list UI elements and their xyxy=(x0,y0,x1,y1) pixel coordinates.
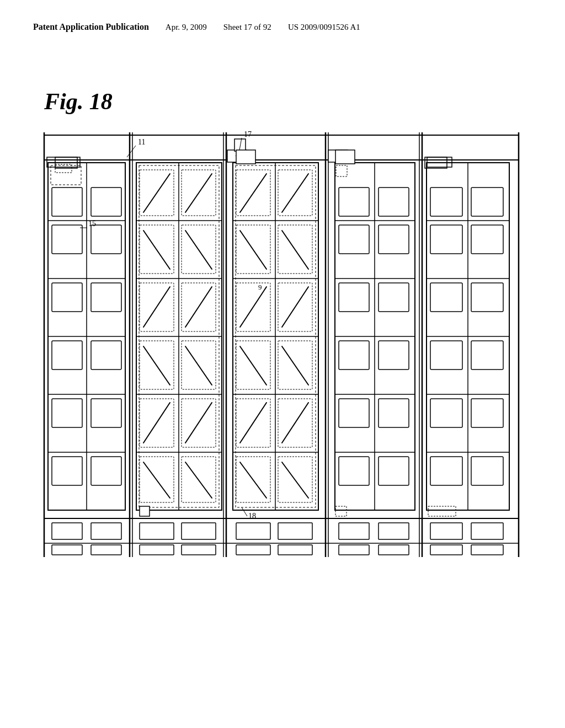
svg-rect-121 xyxy=(335,150,355,164)
figure-label: Fig. 18 xyxy=(44,88,113,115)
svg-rect-124 xyxy=(379,188,409,216)
svg-line-80 xyxy=(185,462,212,498)
svg-line-93 xyxy=(282,174,308,212)
svg-line-27 xyxy=(242,507,247,516)
svg-rect-89 xyxy=(236,150,255,164)
svg-line-101 xyxy=(282,287,308,327)
publication-date: Apr. 9, 2009 xyxy=(166,23,207,32)
diagram-area: 11 17 16 15 9 18 xyxy=(28,127,535,579)
svg-rect-56 xyxy=(140,506,150,516)
svg-rect-169 xyxy=(91,545,121,555)
svg-rect-173 xyxy=(278,545,312,555)
svg-rect-170 xyxy=(140,545,174,555)
svg-rect-150 xyxy=(471,283,503,312)
svg-line-97 xyxy=(282,231,308,269)
svg-line-58 xyxy=(143,174,170,212)
svg-line-107 xyxy=(240,403,266,443)
svg-rect-42 xyxy=(52,341,82,370)
svg-line-78 xyxy=(143,462,170,498)
svg-rect-47 xyxy=(91,457,121,485)
svg-rect-155 xyxy=(430,457,462,485)
svg-rect-177 xyxy=(471,545,503,555)
patent-diagram: 11 17 16 15 9 18 xyxy=(28,127,535,579)
svg-rect-176 xyxy=(430,545,462,555)
svg-text:9: 9 xyxy=(258,283,262,291)
svg-line-76 xyxy=(185,403,212,443)
svg-line-68 xyxy=(185,287,212,327)
svg-line-62 xyxy=(143,231,170,269)
svg-rect-148 xyxy=(471,225,503,254)
svg-rect-171 xyxy=(182,545,216,555)
svg-text:17: 17 xyxy=(244,130,252,138)
svg-rect-163 xyxy=(278,523,312,539)
svg-rect-122 xyxy=(336,165,347,176)
publication-title: Patent Application Publication xyxy=(33,22,149,32)
svg-rect-159 xyxy=(91,523,121,539)
svg-line-111 xyxy=(240,462,266,498)
svg-rect-146 xyxy=(471,188,503,216)
svg-rect-158 xyxy=(52,523,82,539)
svg-rect-162 xyxy=(236,523,270,539)
svg-line-72 xyxy=(185,346,212,385)
svg-rect-123 xyxy=(339,188,369,216)
svg-rect-132 xyxy=(379,399,409,427)
svg-rect-38 xyxy=(52,225,82,254)
sheet-number: Sheet 17 of 92 xyxy=(223,23,271,32)
svg-line-74 xyxy=(143,403,170,443)
svg-rect-133 xyxy=(339,457,369,485)
svg-line-103 xyxy=(240,346,266,385)
svg-rect-44 xyxy=(52,399,82,427)
svg-rect-154 xyxy=(471,399,503,427)
svg-rect-174 xyxy=(339,545,369,555)
svg-rect-145 xyxy=(430,188,462,216)
svg-text:18: 18 xyxy=(248,512,256,520)
svg-line-66 xyxy=(143,287,170,327)
svg-rect-175 xyxy=(379,545,409,555)
svg-rect-46 xyxy=(52,457,82,485)
svg-line-95 xyxy=(240,231,266,269)
svg-rect-127 xyxy=(339,283,369,312)
svg-rect-152 xyxy=(471,341,503,370)
svg-rect-168 xyxy=(52,545,82,555)
svg-rect-130 xyxy=(379,341,409,370)
svg-line-91 xyxy=(240,174,266,212)
svg-rect-128 xyxy=(379,283,409,312)
svg-rect-149 xyxy=(430,283,462,312)
svg-rect-125 xyxy=(339,225,369,254)
svg-rect-37 xyxy=(91,188,121,216)
svg-rect-39 xyxy=(91,225,121,254)
svg-rect-126 xyxy=(379,225,409,254)
svg-rect-164 xyxy=(339,523,369,539)
svg-rect-156 xyxy=(471,457,503,485)
svg-rect-153 xyxy=(430,399,462,427)
page-header: Patent Application Publication Apr. 9, 2… xyxy=(0,0,565,32)
svg-rect-45 xyxy=(91,399,121,427)
svg-rect-43 xyxy=(91,341,121,370)
svg-rect-147 xyxy=(430,225,462,254)
svg-rect-161 xyxy=(182,523,216,539)
svg-rect-135 xyxy=(335,506,347,516)
svg-rect-40 xyxy=(52,283,82,312)
svg-line-64 xyxy=(185,231,212,269)
svg-line-105 xyxy=(282,346,308,385)
svg-rect-131 xyxy=(339,399,369,427)
svg-line-19 xyxy=(127,146,136,157)
svg-line-99 xyxy=(240,287,266,327)
svg-rect-166 xyxy=(430,523,462,539)
patent-number: US 2009/0091526 A1 xyxy=(288,23,360,32)
svg-rect-160 xyxy=(140,523,174,539)
svg-text:11: 11 xyxy=(138,138,145,146)
svg-rect-134 xyxy=(379,457,409,485)
svg-rect-41 xyxy=(91,283,121,312)
svg-rect-165 xyxy=(379,523,409,539)
svg-rect-151 xyxy=(430,341,462,370)
svg-rect-36 xyxy=(52,188,82,216)
svg-line-70 xyxy=(143,346,170,385)
svg-line-109 xyxy=(282,403,308,443)
svg-rect-144 xyxy=(428,506,456,516)
svg-line-60 xyxy=(185,174,212,212)
svg-line-113 xyxy=(282,462,308,498)
svg-rect-129 xyxy=(339,341,369,370)
svg-rect-172 xyxy=(236,545,270,555)
svg-rect-167 xyxy=(471,523,503,539)
